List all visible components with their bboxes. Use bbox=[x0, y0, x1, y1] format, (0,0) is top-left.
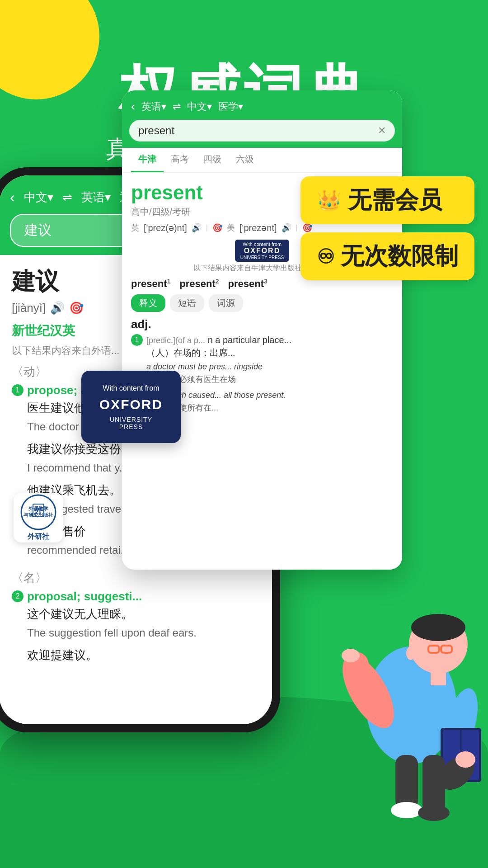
entry2-num: 2 bbox=[12, 590, 23, 602]
oxford-small-line3: UNIVERSITY PRESS bbox=[240, 255, 284, 260]
back-nav-back-icon[interactable]: ‹ bbox=[10, 189, 15, 206]
svg-rect-11 bbox=[431, 672, 446, 685]
waiguyansh-inner: 外语教学 与研究出版社 外 外研社 bbox=[20, 494, 56, 542]
uk-phonetic: ['prez(ə)nt] bbox=[144, 222, 187, 233]
word-variant-1[interactable]: present1 bbox=[131, 278, 170, 290]
dict-tab-cet4[interactable]: 四级 bbox=[196, 148, 229, 172]
word-variant-3[interactable]: present3 bbox=[228, 278, 267, 290]
front-def-pos: adj. bbox=[131, 317, 393, 331]
tab-ciyuan[interactable]: 词源 bbox=[209, 294, 243, 312]
infinity-icon: ♾ bbox=[317, 245, 334, 268]
practice-icon[interactable]: 🎯 bbox=[69, 301, 84, 315]
back-pos2: 〈名〉 bbox=[12, 570, 259, 586]
waiguyansh-logo-icon: 外语教学 与研究出版社 外 bbox=[20, 494, 56, 530]
ex6-zh: 欢迎提建议。 bbox=[27, 646, 197, 664]
front-search-input-wrapper[interactable]: present ✕ bbox=[129, 120, 395, 142]
unlimited-label: 无次数限制 bbox=[341, 241, 458, 272]
uk-practice-icon[interactable]: 🎯 bbox=[212, 223, 222, 233]
svg-point-24 bbox=[406, 646, 415, 660]
uk-label: 英 bbox=[131, 222, 139, 233]
us-phonetic: ['prezənt] bbox=[239, 222, 277, 233]
svg-point-21 bbox=[391, 802, 422, 818]
entry2-synset: proposal; suggesti... bbox=[27, 590, 142, 603]
front-entry1-num: 1 bbox=[131, 334, 143, 346]
ex5-en: The suggestion fell upon deaf ears. bbox=[27, 625, 197, 641]
us-audio-icon[interactable]: 🔊 bbox=[282, 223, 291, 233]
oxford-with-content-text: With content from bbox=[103, 383, 159, 393]
ex5-zh: 这个建议无人理睬。 bbox=[27, 605, 197, 623]
svg-point-7 bbox=[411, 614, 465, 641]
badge-container: 👑 无需会员 ♾ 无次数限制 bbox=[300, 176, 474, 280]
waiguyansh-label: 外研社 bbox=[20, 532, 56, 542]
oxford-university-text: UNIVERSITY PRESS bbox=[98, 416, 164, 430]
svg-point-25 bbox=[455, 751, 475, 768]
dict-tab-gaokao[interactable]: 高考 bbox=[164, 148, 196, 172]
front-dict-panel: ‹ 英语▾ ⇌ 中文▾ 医学▾ present ✕ 牛津 高考 四级 六级 pr… bbox=[122, 90, 402, 570]
front-nav-switch[interactable]: ⇌ bbox=[173, 101, 181, 113]
svg-point-22 bbox=[418, 805, 450, 821]
no-member-badge: 👑 无需会员 bbox=[300, 176, 474, 224]
uk-audio-icon[interactable]: 🔊 bbox=[192, 223, 202, 233]
us-label: 美 bbox=[227, 222, 235, 233]
front-nav: ‹ 英语▾ ⇌ 中文▾ 医学▾ bbox=[122, 90, 402, 120]
oxford-card: With content from OXFORD UNIVERSITY PRES… bbox=[81, 371, 181, 443]
front-word-level: 高中/四级/考研 bbox=[131, 206, 203, 218]
front-nav-chinese[interactable]: 中文▾ bbox=[187, 100, 212, 113]
front-nav-medical[interactable]: 医学▾ bbox=[218, 100, 243, 113]
oxford-small-line1: With content from bbox=[240, 241, 284, 247]
front-entry1-chinese: （人）在场的；出席... bbox=[146, 347, 291, 359]
front-nav-back-icon[interactable]: ‹ bbox=[131, 99, 135, 113]
front-search-word: present bbox=[138, 124, 174, 137]
front-nav-english[interactable]: 英语▾ bbox=[141, 100, 166, 113]
svg-rect-19 bbox=[395, 755, 418, 809]
tab-shiyi[interactable]: 释义 bbox=[131, 294, 165, 312]
crown-icon: 👑 bbox=[317, 189, 342, 212]
def-tabs: 释义 短语 词源 bbox=[131, 294, 393, 312]
oxford-logo-text: OXFORD bbox=[99, 397, 163, 412]
entry1-num: 1 bbox=[12, 384, 23, 396]
waiguyansh-badge: 外语教学 与研究出版社 外 外研社 bbox=[14, 493, 63, 542]
oxford-small-card: With content from OXFORD UNIVERSITY PRES… bbox=[235, 240, 290, 262]
no-member-label: 无需会员 bbox=[348, 184, 442, 216]
oxford-small-line2: OXFORD bbox=[240, 247, 284, 255]
front-word-title: present bbox=[131, 181, 203, 204]
svg-text:外: 外 bbox=[34, 506, 43, 515]
dict-tab-cet6[interactable]: 六级 bbox=[229, 148, 261, 172]
svg-point-14 bbox=[342, 649, 360, 662]
dict-tabs-row: 牛津 高考 四级 六级 bbox=[122, 148, 402, 173]
unlimited-badge: ♾ 无次数限制 bbox=[300, 232, 474, 280]
word-variant-2[interactable]: present2 bbox=[179, 278, 219, 290]
dict-tab-oxford[interactable]: 牛津 bbox=[131, 148, 164, 172]
back-nav-english[interactable]: 英语▾ bbox=[81, 189, 111, 205]
man-illustration-svg bbox=[325, 561, 488, 832]
character-man bbox=[325, 561, 488, 832]
front-clear-icon[interactable]: ✕ bbox=[378, 125, 386, 137]
back-entry2: 2 proposal; suggesti... 这个建议无人理睬。 The su… bbox=[12, 590, 259, 666]
audio-icon[interactable]: 🔊 bbox=[50, 301, 65, 315]
front-entry1-bracket: [predic.](of a p... n a particular place… bbox=[146, 333, 291, 347]
tab-duanyu[interactable]: 短语 bbox=[170, 294, 204, 312]
back-nav-switch[interactable]: ⇌ bbox=[62, 190, 72, 204]
back-nav-chinese[interactable]: 中文▾ bbox=[24, 189, 53, 205]
front-search-bar: present ✕ bbox=[122, 120, 402, 148]
